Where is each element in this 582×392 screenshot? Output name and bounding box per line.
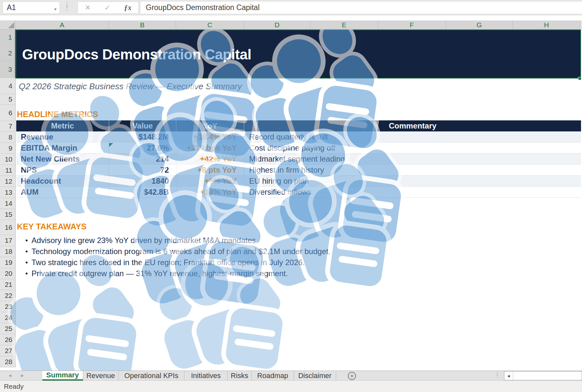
name-box[interactable]: A1 ▾ bbox=[3, 2, 60, 14]
table-row[interactable]: Net New Clients214+42% YoYMidmarket segm… bbox=[16, 153, 581, 165]
row-header-4[interactable]: 4 bbox=[0, 78, 16, 94]
scrollbar-track[interactable] bbox=[513, 372, 582, 380]
select-all-triangle-icon bbox=[8, 22, 14, 28]
tab-strip-dots-icon: ⋮⋮ bbox=[495, 372, 500, 377]
row-header-8[interactable]: 8 bbox=[0, 132, 16, 143]
select-all-button[interactable] bbox=[0, 20, 16, 30]
row-header-26[interactable]: 26 bbox=[0, 334, 16, 345]
table-row[interactable]: Headcount1840+6% YoYEU hiring on plan bbox=[16, 176, 581, 187]
cell-yoy[interactable]: +6% YoY bbox=[176, 176, 244, 186]
row-header-14[interactable]: 14 bbox=[0, 198, 16, 209]
bullet-icon: • bbox=[25, 269, 28, 278]
add-sheet-button[interactable]: + bbox=[348, 372, 356, 380]
cell-commentary[interactable]: Midmarket segment leading bbox=[244, 153, 581, 164]
row-header-11[interactable]: 11 bbox=[0, 165, 16, 176]
takeaway-item: •Advisory line grew 23% YoY driven by mi… bbox=[0, 235, 565, 246]
cell-yoy[interactable]: +14% YoY bbox=[176, 187, 244, 197]
selection-fill-handle[interactable] bbox=[578, 77, 581, 80]
formula-input[interactable]: GroupDocs Demonstration Capital bbox=[141, 2, 582, 14]
tab-operational-kpis[interactable]: Operational KPIs bbox=[119, 371, 184, 381]
cell-yoy[interactable]: +8 pts YoY bbox=[176, 165, 244, 175]
cell-value[interactable]: $42.8B bbox=[109, 187, 176, 197]
column-header-h[interactable]: H bbox=[513, 20, 580, 30]
report-subtitle: Q2 2026 Strategic Business Review — Exec… bbox=[19, 81, 242, 92]
status-bar: Ready bbox=[0, 381, 582, 392]
column-header-c[interactable]: C bbox=[176, 20, 244, 30]
tabs-next-icon[interactable]: ► bbox=[20, 373, 25, 378]
chevron-down-icon[interactable]: ▾ bbox=[54, 6, 57, 12]
cell-metric[interactable]: Net New Clients bbox=[16, 153, 109, 164]
row-header-3[interactable]: 3 bbox=[0, 61, 16, 78]
cancel-icon[interactable]: ✕ bbox=[85, 4, 91, 12]
row-header-15[interactable]: 15 bbox=[0, 209, 16, 220]
cell-commentary[interactable]: Diversified inflows bbox=[244, 187, 581, 197]
column-header-a[interactable]: A bbox=[16, 20, 109, 30]
cell-value[interactable]: $148.2M bbox=[109, 131, 176, 142]
cell-yoy[interactable]: +42% YoY bbox=[176, 153, 244, 164]
column-header-e[interactable]: E bbox=[310, 20, 378, 30]
takeaway-item: •Private credit outgrew plan — 31% YoY r… bbox=[0, 268, 565, 279]
sheet-grid[interactable]: 1234567891011121314151617181920212223242… bbox=[0, 30, 582, 371]
horizontal-scrollbar[interactable]: ◄ bbox=[504, 371, 582, 380]
cell-value[interactable]: 214 bbox=[109, 153, 176, 164]
column-header-g[interactable]: G bbox=[446, 20, 513, 30]
cell-yoy[interactable]: +18.4% YoY bbox=[176, 131, 244, 142]
title-banner-cell[interactable]: GroupDocs Demonstration Capital bbox=[16, 30, 581, 79]
row-header-6[interactable]: 6 bbox=[0, 105, 16, 121]
tab-summary[interactable]: Summary bbox=[42, 371, 83, 381]
column-header-b[interactable]: B bbox=[109, 20, 176, 30]
tabs-prev-icon[interactable]: ◄ bbox=[8, 373, 12, 378]
table-row[interactable]: AUM$42.8B+14% YoYDiversified inflows bbox=[16, 187, 581, 198]
cell-value[interactable]: 27.6% bbox=[109, 142, 176, 153]
cell-metric[interactable]: Headcount bbox=[16, 176, 109, 186]
column-header-f[interactable]: F bbox=[378, 20, 446, 30]
row-header-12[interactable]: 12 bbox=[0, 176, 16, 187]
cell-metric[interactable]: NPS bbox=[16, 165, 109, 175]
row-header-9[interactable]: 9 bbox=[0, 143, 16, 154]
cell-metric[interactable]: Revenue bbox=[16, 131, 109, 142]
bullet-icon: • bbox=[25, 236, 28, 245]
table-header-value: Value bbox=[109, 120, 176, 131]
sheet-tab-strip: ◄ ► SummaryRevenueOperational KPIsInitia… bbox=[0, 371, 582, 381]
cell-value[interactable]: 72 bbox=[109, 165, 176, 175]
enter-icon[interactable]: ✓ bbox=[104, 4, 110, 12]
cell-value[interactable]: 1840 bbox=[109, 176, 176, 186]
tab-disclaimer[interactable]: Disclaimer bbox=[294, 371, 336, 381]
table-row[interactable]: Revenue$148.2M+18.4% YoYRecord quarterly… bbox=[16, 131, 581, 142]
table-row[interactable]: NPS72+8 pts YoYHighest in firm history bbox=[16, 165, 581, 176]
row-header-22[interactable]: 22 bbox=[0, 290, 16, 301]
row-header-25[interactable]: 25 bbox=[0, 323, 16, 334]
row-header-5[interactable]: 5 bbox=[0, 94, 16, 105]
table-row[interactable]: EBITDA Margin27.6%+310 bps YoYCost disci… bbox=[16, 142, 581, 153]
sheet-tabs: SummaryRevenueOperational KPIsInitiative… bbox=[42, 371, 336, 381]
row-header-27[interactable]: 27 bbox=[0, 345, 16, 356]
headline-metrics-heading: HEADLINE METRICS bbox=[17, 110, 98, 119]
cell-metric[interactable]: AUM bbox=[16, 187, 109, 197]
insert-function-icon[interactable]: ƒx bbox=[124, 4, 132, 12]
row-header-2[interactable]: 2 bbox=[0, 45, 16, 61]
active-cell-reference: A1 bbox=[3, 3, 16, 12]
row-header-7[interactable]: 7 bbox=[0, 121, 16, 132]
row-header-23[interactable]: 23 bbox=[0, 301, 16, 312]
row-header-10[interactable]: 10 bbox=[0, 154, 16, 165]
row-header-13[interactable]: 13 bbox=[0, 187, 16, 198]
cell-commentary[interactable]: Cost discipline paying off bbox=[244, 142, 581, 153]
row-header-1[interactable]: 1 bbox=[0, 30, 16, 45]
row-header-24[interactable]: 24 bbox=[0, 312, 16, 323]
row-header-16[interactable]: 16 bbox=[0, 220, 16, 235]
tab-roadmap[interactable]: Roadmap bbox=[252, 371, 294, 381]
workbook-title: GroupDocs Demonstration Capital bbox=[16, 30, 580, 63]
column-header-d[interactable]: D bbox=[244, 20, 310, 30]
tab-initiatives[interactable]: Initiatives bbox=[184, 371, 228, 381]
table-header-commentary: Commentary bbox=[244, 120, 581, 131]
row-header-21[interactable]: 21 bbox=[0, 279, 16, 290]
scroll-left-icon[interactable]: ◄ bbox=[504, 372, 513, 380]
row-header-28[interactable]: 28 bbox=[0, 356, 16, 367]
cell-commentary[interactable]: Record quarterly result bbox=[244, 131, 581, 142]
tab-revenue[interactable]: Revenue bbox=[83, 371, 119, 381]
cell-yoy[interactable]: +310 bps YoY bbox=[176, 142, 244, 153]
cell-commentary[interactable]: EU hiring on plan bbox=[244, 176, 581, 186]
cell-metric[interactable]: EBITDA Margin bbox=[16, 142, 109, 153]
cell-commentary[interactable]: Highest in firm history bbox=[244, 165, 581, 175]
tab-risks[interactable]: Risks bbox=[228, 371, 252, 381]
